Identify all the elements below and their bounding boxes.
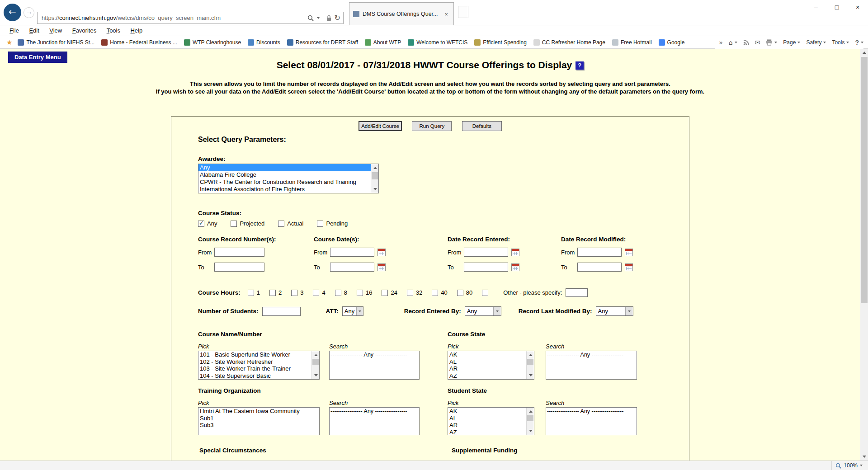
favorite-item[interactable]: The Junction for NIEHS St...: [18, 39, 94, 46]
checkbox[interactable]: [198, 221, 204, 227]
scroll-up-button[interactable]: [371, 164, 379, 172]
listbox-option[interactable]: Any: [198, 164, 371, 171]
menu-item[interactable]: Favorites: [68, 26, 100, 35]
scroll-up-button[interactable]: [527, 351, 534, 359]
scroll-down-button[interactable]: [527, 427, 534, 435]
checkbox[interactable]: [482, 290, 488, 296]
date-modified-from-input[interactable]: [577, 248, 622, 257]
course-date-to-input[interactable]: [330, 263, 374, 272]
course-record-to-input[interactable]: [214, 263, 264, 272]
favorite-item[interactable]: CC Refresher Home Page: [533, 39, 605, 46]
checkbox-group[interactable]: 4: [313, 289, 325, 296]
favorite-item[interactable]: About WTP: [365, 39, 401, 46]
checkbox[interactable]: [278, 221, 284, 227]
date-entered-to-input[interactable]: [464, 263, 508, 272]
date-entered-from-input[interactable]: [464, 248, 508, 257]
training-organization-pick-list[interactable]: Hmtri At The Eastern Iowa CommunitySub1S…: [198, 407, 320, 435]
search-caret-icon[interactable]: [317, 17, 320, 19]
calendar-icon[interactable]: [625, 263, 633, 271]
favorite-item[interactable]: Resources for DERT Staff: [287, 39, 358, 46]
listbox-option[interactable]: International Association of Fire Fighte…: [198, 186, 371, 193]
checkbox[interactable]: [317, 221, 323, 227]
course-name-search-list[interactable]: ----------------- Any -----------------: [329, 351, 420, 380]
menu-item[interactable]: View: [45, 26, 66, 35]
student-state-pick-list[interactable]: AKALARAZ: [448, 407, 534, 435]
menu-item[interactable]: Help: [126, 26, 146, 35]
defaults-button[interactable]: Defaults: [462, 121, 502, 131]
record-last-modified-by-select[interactable]: Any: [596, 306, 633, 316]
checkbox-group[interactable]: 8: [335, 289, 347, 296]
checkbox-group[interactable]: Actual: [278, 220, 303, 227]
checkbox-group[interactable]: 3: [291, 289, 303, 296]
listbox-option[interactable]: CPWR - The Center for Construction Resea…: [198, 179, 371, 186]
search-list-any-option[interactable]: ----------------- Any -----------------: [546, 351, 637, 358]
favorite-item[interactable]: Free Hotmail: [612, 39, 652, 46]
favorite-item[interactable]: Welcome to WETCIS: [408, 39, 467, 46]
scroll-thumb[interactable]: [372, 172, 378, 179]
page-scrollbar[interactable]: [860, 49, 868, 461]
pick-list-option[interactable]: AL: [448, 358, 526, 366]
favorites-star-icon[interactable]: ★: [6, 38, 12, 47]
checkbox-group[interactable]: Any: [198, 220, 217, 227]
search-icon[interactable]: [307, 15, 314, 21]
menu-item[interactable]: File: [5, 26, 23, 35]
minimize-button[interactable]: –: [806, 0, 826, 15]
checkbox-group[interactable]: 24: [382, 289, 397, 296]
student-state-search-list[interactable]: ----------------- Any -----------------: [546, 407, 637, 435]
listbox-scrollbar[interactable]: [311, 351, 319, 379]
chevron-right-icon[interactable]: »: [719, 39, 723, 46]
scroll-thumb[interactable]: [861, 57, 868, 303]
listbox-scrollbar[interactable]: [371, 164, 378, 193]
checkbox-group[interactable]: Pending: [317, 220, 348, 227]
read-mail-button[interactable]: ✉: [755, 39, 760, 46]
url-text[interactable]: https://connect.niehs.nih.gov/wetcis/dms…: [42, 14, 307, 21]
pick-list-option[interactable]: AR: [448, 422, 526, 429]
calendar-icon[interactable]: [511, 263, 519, 271]
checkbox[interactable]: [231, 221, 237, 227]
checkbox[interactable]: [248, 290, 254, 296]
search-list-any-option[interactable]: ----------------- Any -----------------: [546, 408, 637, 415]
checkbox-group[interactable]: 16: [357, 289, 372, 296]
help-button[interactable]: ?: [855, 39, 863, 46]
calendar-icon[interactable]: [377, 249, 386, 256]
help-icon[interactable]: ?: [576, 61, 584, 70]
print-button[interactable]: [766, 39, 777, 46]
scroll-up-button[interactable]: [860, 49, 868, 56]
command-menu-button[interactable]: Tools: [832, 39, 849, 46]
checkbox[interactable]: [313, 290, 319, 296]
tab-close-icon[interactable]: ×: [443, 10, 450, 18]
back-button[interactable]: ←: [4, 4, 21, 21]
pick-list-option[interactable]: 102 - Site Worker Refresher: [198, 358, 311, 366]
maximize-button[interactable]: □: [826, 0, 847, 15]
att-select[interactable]: Any: [342, 306, 363, 316]
run-query-button[interactable]: Run Query: [412, 121, 452, 131]
listbox-option[interactable]: Alabama Fire College: [198, 171, 371, 179]
awardee-listbox[interactable]: Any Alabama Fire College CPWR - The Cent…: [198, 164, 379, 193]
pick-list-option[interactable]: AZ: [448, 429, 526, 435]
favorite-item[interactable]: Discounts: [248, 39, 280, 46]
feeds-button[interactable]: [743, 40, 749, 46]
favorite-item[interactable]: Efficient Spending: [474, 39, 527, 46]
command-menu-button[interactable]: Safety: [806, 39, 826, 46]
checkbox-group[interactable]: Projected: [231, 220, 264, 227]
pick-list-option[interactable]: AZ: [448, 372, 526, 380]
calendar-icon[interactable]: [625, 249, 633, 256]
pick-list-option[interactable]: 101 - Basic Superfund Site Worker: [198, 351, 311, 358]
pick-list-option[interactable]: AK: [448, 408, 526, 415]
address-bar[interactable]: https://connect.niehs.nih.gov/wetcis/dms…: [37, 12, 344, 24]
checkbox[interactable]: [357, 290, 363, 296]
pick-list-option[interactable]: AL: [448, 415, 526, 422]
select-caret-button[interactable]: [356, 307, 363, 315]
new-tab-button[interactable]: [458, 6, 468, 18]
scroll-down-button[interactable]: [527, 371, 534, 379]
checkbox-group[interactable]: 32: [407, 289, 422, 296]
pick-list-option[interactable]: AK: [448, 351, 526, 358]
scroll-thumb[interactable]: [312, 359, 319, 365]
pick-list-option[interactable]: Sub1: [198, 415, 319, 422]
checkbox-group[interactable]: 40: [432, 289, 447, 296]
course-state-search-list[interactable]: ----------------- Any -----------------: [546, 351, 637, 380]
pick-list-option[interactable]: AR: [448, 365, 526, 372]
course-date-from-input[interactable]: [330, 248, 374, 257]
other-hours-input[interactable]: [566, 288, 588, 297]
search-list-any-option[interactable]: ----------------- Any -----------------: [330, 351, 419, 358]
